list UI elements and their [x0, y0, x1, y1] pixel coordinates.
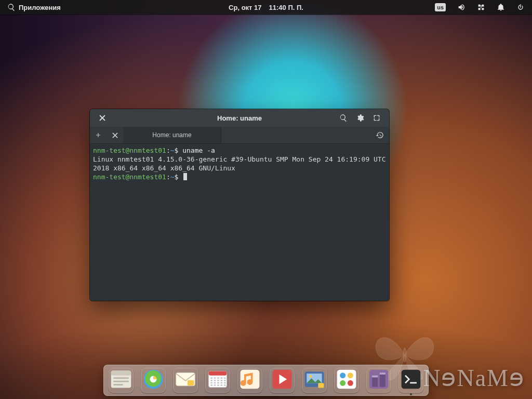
dock-item-calendar[interactable]	[205, 368, 230, 393]
calendar-icon	[206, 368, 229, 393]
clock[interactable]: Ср, окт 17 11:40 П. П.	[229, 4, 303, 11]
svg-rect-11	[210, 377, 212, 379]
terminal-titlebar[interactable]: Home: uname	[90, 109, 389, 127]
svg-rect-26	[210, 384, 212, 386]
clock-date: Ср, окт 17	[229, 4, 261, 11]
dock-item-photos[interactable]	[302, 368, 327, 393]
svg-rect-17	[214, 380, 216, 381]
svg-rect-43	[372, 377, 378, 387]
svg-rect-28	[217, 384, 219, 386]
svg-rect-30	[224, 384, 226, 386]
svg-rect-14	[221, 377, 223, 379]
new-tab-button[interactable]	[90, 127, 107, 143]
svg-rect-2	[113, 377, 128, 379]
svg-rect-1	[111, 371, 131, 376]
watermark-text: NɘNaMɘ	[423, 364, 525, 392]
svg-rect-13	[217, 377, 219, 379]
svg-point-38	[340, 373, 345, 378]
terminal-window[interactable]: Home: uname Home: uname nnm-test@nnmtest…	[90, 109, 389, 301]
svg-point-41	[348, 380, 353, 386]
history-button[interactable]	[370, 127, 389, 143]
dock-item-appcenter[interactable]	[366, 368, 391, 393]
volume-icon	[457, 3, 466, 11]
terminal-settings-button[interactable]	[353, 111, 367, 125]
svg-rect-37	[337, 370, 356, 389]
svg-rect-44	[380, 375, 385, 387]
terminal-tab[interactable]: Home: uname	[123, 127, 221, 143]
terminal-icon	[400, 368, 422, 393]
history-icon	[376, 131, 384, 139]
svg-rect-27	[214, 384, 216, 386]
svg-rect-3	[113, 381, 128, 382]
gear-icon	[356, 114, 364, 122]
clock-time: 11:40 П. П.	[269, 4, 303, 11]
dock-item-web-browser[interactable]	[141, 368, 166, 393]
keyboard-layout-indicator[interactable]: us	[435, 3, 446, 11]
svg-rect-12	[214, 377, 216, 379]
terminal-line: Linux nnmtest01 4.15.0-36-generic #39-Ub…	[93, 155, 386, 172]
network-icon	[477, 3, 485, 11]
close-icon	[112, 132, 118, 138]
dock-item-files[interactable]	[109, 368, 134, 393]
svg-rect-47	[402, 370, 421, 389]
videos-icon	[271, 368, 294, 393]
terminal-search-button[interactable]	[336, 111, 351, 125]
svg-rect-25	[224, 382, 226, 384]
svg-rect-22	[214, 382, 216, 384]
svg-rect-45	[372, 376, 378, 378]
svg-rect-10	[209, 371, 227, 375]
svg-rect-48	[410, 382, 417, 384]
files-icon	[110, 368, 132, 393]
svg-rect-15	[224, 377, 226, 379]
session-indicator[interactable]	[516, 3, 525, 11]
applications-label: Приложения	[19, 4, 61, 11]
search-icon	[339, 114, 348, 122]
dock-item-mail[interactable]	[173, 368, 198, 393]
svg-rect-19	[221, 380, 223, 381]
music-icon	[238, 368, 261, 393]
svg-rect-8	[188, 380, 194, 385]
terminal-line: nnm-test@nnmtest01:~$	[93, 172, 386, 181]
tab-title: Home: uname	[152, 131, 191, 139]
dock	[103, 365, 429, 396]
dock-item-terminal[interactable]	[398, 368, 423, 393]
web-browser-icon	[142, 368, 165, 393]
terminal-output[interactable]: nnm-test@nnmtest01:~$ uname -aLinux nnmt…	[90, 144, 389, 301]
terminal-tabbar: Home: uname	[90, 127, 389, 144]
power-icon	[516, 3, 525, 11]
close-tab-button[interactable]	[107, 127, 123, 143]
svg-rect-29	[221, 384, 223, 386]
svg-rect-18	[217, 380, 219, 381]
sound-indicator[interactable]	[457, 3, 466, 11]
svg-rect-21	[210, 382, 212, 384]
network-indicator[interactable]	[477, 3, 485, 11]
svg-point-40	[340, 380, 345, 386]
photos-icon	[303, 368, 326, 393]
terminal-line: nnm-test@nnmtest01:~$ uname -a	[93, 146, 386, 155]
mail-icon	[174, 368, 197, 393]
svg-point-49	[403, 348, 406, 362]
top-panel: Приложения Ср, окт 17 11:40 П. П. us	[0, 0, 532, 15]
svg-point-35	[309, 375, 312, 378]
applications-menu[interactable]: Приложения	[7, 3, 61, 11]
dock-item-videos[interactable]	[270, 368, 295, 393]
bell-icon	[497, 3, 505, 11]
svg-rect-4	[113, 384, 123, 385]
appcenter-icon	[367, 368, 390, 393]
plus-icon	[95, 131, 102, 139]
switchboard-icon	[335, 368, 358, 393]
window-maximize-button[interactable]	[369, 111, 384, 125]
svg-rect-20	[224, 380, 226, 381]
dock-item-music[interactable]	[237, 368, 262, 393]
close-icon	[99, 115, 105, 121]
maximize-icon	[373, 114, 381, 122]
dock-item-switchboard[interactable]	[334, 368, 359, 393]
svg-point-39	[348, 373, 353, 378]
svg-rect-24	[221, 382, 223, 384]
svg-rect-16	[210, 380, 212, 381]
svg-rect-46	[380, 373, 385, 375]
window-close-button[interactable]	[95, 111, 110, 125]
svg-rect-23	[217, 382, 219, 384]
search-icon	[7, 3, 16, 11]
notifications-indicator[interactable]	[497, 3, 505, 11]
